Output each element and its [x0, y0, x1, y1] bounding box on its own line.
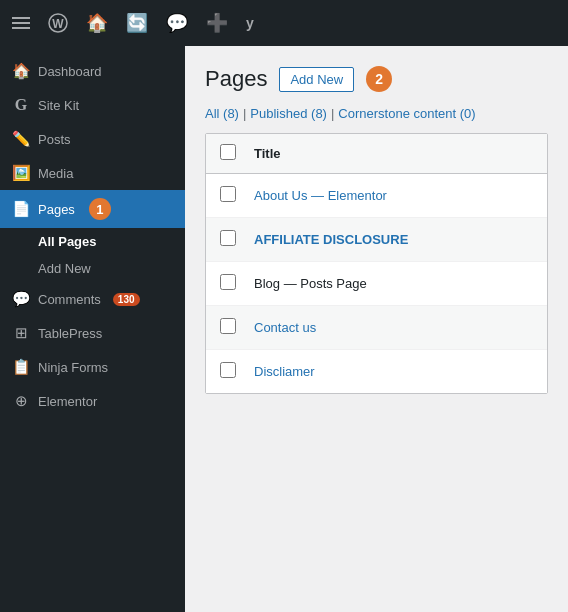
wp-toolbar: W 🏠 🔄 💬 ➕ y	[0, 0, 568, 46]
comments-badge: 130	[113, 293, 140, 306]
table-header-row: Title	[206, 134, 547, 174]
row-checkbox-col[interactable]	[220, 318, 244, 337]
row-title: Blog — Posts Page	[254, 276, 533, 291]
sitekit-icon: G	[12, 96, 30, 114]
main-layout: 🏠 Dashboard G Site Kit ✏️ Posts 🖼️ Media…	[0, 46, 568, 612]
filter-cornerstone[interactable]: Cornerstone content (0)	[338, 106, 475, 121]
hamburger-icon[interactable]	[12, 17, 30, 29]
page-link[interactable]: Contact us	[254, 320, 316, 335]
select-all-checkbox[interactable]	[220, 144, 236, 160]
sidebar-item-tablepress[interactable]: ⊞ TablePress	[0, 316, 185, 350]
table-row: AFFILIATE DISCLOSURE	[206, 218, 547, 262]
pages-submenu: All Pages Add New	[0, 228, 185, 282]
sidebar-item-ninjaforms[interactable]: 📋 Ninja Forms	[0, 350, 185, 384]
row-checkbox-col[interactable]	[220, 230, 244, 249]
sidebar-item-label: Comments	[38, 292, 101, 307]
row-title: Discliamer	[254, 364, 533, 379]
sidebar-item-label: Pages	[38, 202, 75, 217]
sidebar-item-label: Posts	[38, 132, 71, 147]
sidebar-item-pages[interactable]: 📄 Pages 1	[0, 190, 185, 228]
elementor-icon: ⊕	[12, 392, 30, 410]
sidebar-item-dashboard[interactable]: 🏠 Dashboard	[0, 54, 185, 88]
filter-published[interactable]: Published (8)	[250, 106, 327, 121]
row-checkbox[interactable]	[220, 362, 236, 378]
table-row: About Us — Elementor	[206, 174, 547, 218]
sidebar-item-label: Elementor	[38, 394, 97, 409]
header-checkbox-col[interactable]	[220, 144, 244, 163]
row-checkbox-col[interactable]	[220, 362, 244, 381]
sidebar-item-posts[interactable]: ✏️ Posts	[0, 122, 185, 156]
pages-icon: 📄	[12, 200, 30, 218]
wordpress-icon[interactable]: W	[48, 13, 68, 33]
submenu-item-all-pages[interactable]: All Pages	[0, 228, 185, 255]
home-icon[interactable]: 🏠	[86, 12, 108, 34]
page-header: Pages Add New 2	[205, 66, 548, 92]
page-link[interactable]: About Us — Elementor	[254, 188, 387, 203]
title-column-header: Title	[254, 146, 533, 161]
header-badge-2: 2	[366, 66, 392, 92]
posts-icon: ✏️	[12, 130, 30, 148]
content-area: Pages Add New 2 All (8) | Published (8) …	[185, 46, 568, 612]
yoast-icon[interactable]: y	[246, 15, 254, 31]
sidebar: 🏠 Dashboard G Site Kit ✏️ Posts 🖼️ Media…	[0, 46, 185, 612]
row-checkbox-col[interactable]	[220, 274, 244, 293]
row-title: About Us — Elementor	[254, 188, 533, 203]
submenu-item-add-new[interactable]: Add New	[0, 255, 185, 282]
separator-2: |	[331, 106, 334, 121]
table-row: Discliamer	[206, 350, 547, 393]
separator-1: |	[243, 106, 246, 121]
media-icon: 🖼️	[12, 164, 30, 182]
sidebar-item-label: TablePress	[38, 326, 102, 341]
svg-text:W: W	[52, 17, 64, 31]
sidebar-item-label: Ninja Forms	[38, 360, 108, 375]
tablepress-icon: ⊞	[12, 324, 30, 342]
ninjaforms-icon: 📋	[12, 358, 30, 376]
row-title: AFFILIATE DISCLOSURE	[254, 232, 533, 247]
sidebar-item-sitekit[interactable]: G Site Kit	[0, 88, 185, 122]
sidebar-item-label: Dashboard	[38, 64, 102, 79]
row-title: Contact us	[254, 320, 533, 335]
sidebar-item-label: Media	[38, 166, 73, 181]
dashboard-icon: 🏠	[12, 62, 30, 80]
row-checkbox[interactable]	[220, 186, 236, 202]
sidebar-item-media[interactable]: 🖼️ Media	[0, 156, 185, 190]
row-checkbox-col[interactable]	[220, 186, 244, 205]
page-link[interactable]: AFFILIATE DISCLOSURE	[254, 232, 408, 247]
pages-badge: 1	[89, 198, 111, 220]
filter-all[interactable]: All (8)	[205, 106, 239, 121]
refresh-icon[interactable]: 🔄	[126, 12, 148, 34]
add-icon[interactable]: ➕	[206, 12, 228, 34]
comment-icon[interactable]: 💬	[166, 12, 188, 34]
sidebar-item-comments[interactable]: 💬 Comments 130	[0, 282, 185, 316]
page-link[interactable]: Discliamer	[254, 364, 315, 379]
table-row: Blog — Posts Page	[206, 262, 547, 306]
comments-icon: 💬	[12, 290, 30, 308]
page-title-text: Blog — Posts Page	[254, 276, 367, 291]
add-new-button[interactable]: Add New	[279, 67, 354, 92]
row-checkbox[interactable]	[220, 318, 236, 334]
page-title: Pages	[205, 66, 267, 92]
row-checkbox[interactable]	[220, 230, 236, 246]
sidebar-item-elementor[interactable]: ⊕ Elementor	[0, 384, 185, 418]
pages-table: Title About Us — Elementor AFFILIATE DIS…	[205, 133, 548, 394]
table-row: Contact us	[206, 306, 547, 350]
row-checkbox[interactable]	[220, 274, 236, 290]
sidebar-item-label: Site Kit	[38, 98, 79, 113]
filter-links: All (8) | Published (8) | Cornerstone co…	[205, 106, 548, 121]
